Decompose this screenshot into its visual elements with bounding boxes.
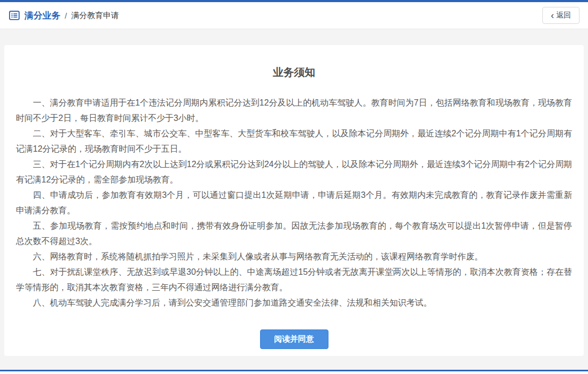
- breadcrumb-root[interactable]: 满分业务: [24, 10, 60, 22]
- notice-paragraph: 六、网络教育时，系统将随机抓拍学习照片，未采集到人像或者从事与网络教育无关活动的…: [16, 249, 572, 264]
- agree-button[interactable]: 阅读并同意: [260, 329, 328, 349]
- page-title: 业务须知: [16, 65, 572, 80]
- notice-paragraph: 一、满分教育申请适用于在1个违法记分周期内累积记分达到12分及以上的机动车驾驶人…: [16, 95, 572, 126]
- page-header: 满分业务 / 满分教育申请 ‹ 返回: [0, 2, 588, 29]
- back-button-label: 返回: [556, 11, 571, 20]
- notice-paragraph: 七、对于扰乱课堂秩序、无故迟到或早退30分钟以上的、中途离场超过15分钟或者无故…: [16, 264, 572, 295]
- breadcrumb-separator: /: [65, 11, 67, 20]
- notice-paragraph: 二、对于大型客车、牵引车、城市公交车、中型客车、大型货车和校车驾驶人，以及除本记…: [16, 126, 572, 156]
- notice-card: 业务须知 一、满分教育申请适用于在1个违法记分周期内累积记分达到12分及以上的机…: [4, 45, 584, 356]
- chevron-left-icon: ‹: [551, 12, 554, 19]
- breadcrumb: 满分业务 / 满分教育申请: [8, 10, 119, 22]
- notice-paragraph: 八、机动车驾驶人完成满分学习后，请到公安交通管理部门参加道路交通安全法律、法规和…: [16, 295, 572, 310]
- notice-paragraph: 三、对于在1个记分周期内有2次以上达到12分或累积记分达到24分以上的驾驶人，以…: [16, 156, 572, 187]
- back-button[interactable]: ‹ 返回: [542, 7, 580, 24]
- breadcrumb-current: 满分教育申请: [71, 11, 119, 21]
- list-icon: [8, 10, 20, 21]
- footer-strip: [0, 371, 588, 374]
- notice-body: 一、满分教育申请适用于在1个违法记分周期内累积记分达到12分及以上的机动车驾驶人…: [16, 95, 572, 310]
- notice-paragraph: 五、参加现场教育，需按预约地点和时间，携带有效身份证明参加。因故无法参加现场教育…: [16, 218, 572, 249]
- button-row: 阅读并同意: [16, 329, 572, 349]
- notice-paragraph: 四、申请成功后，参加教育有效期3个月，可以通过窗口提出1次延期申请，申请后延期3…: [16, 187, 572, 218]
